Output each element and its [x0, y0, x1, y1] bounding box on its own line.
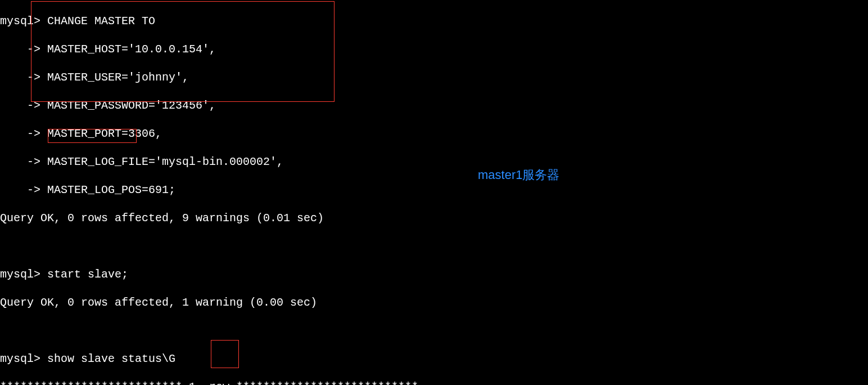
- terminal-output[interactable]: mysql> CHANGE MASTER TO -> MASTER_HOST='…: [0, 0, 868, 385]
- annotation-master1-server: master1服务器: [478, 168, 559, 182]
- mysql-prompt: mysql>: [0, 352, 47, 365]
- cmd-start-slave: start slave;: [47, 268, 128, 281]
- cont-prompt: ->: [0, 99, 47, 112]
- cont-prompt: ->: [0, 127, 47, 140]
- blank-line: [0, 240, 7, 253]
- cmd-change-master: CHANGE MASTER TO: [47, 15, 155, 28]
- mysql-prompt: mysql>: [0, 15, 47, 28]
- mysql-prompt: mysql>: [0, 268, 47, 281]
- cont-prompt: ->: [0, 43, 47, 56]
- cont-prompt: ->: [0, 155, 47, 168]
- cmd-master-host: MASTER_HOST='10.0.0.154',: [47, 43, 216, 56]
- cont-prompt: ->: [0, 71, 47, 84]
- row-separator: *************************** 1. row *****…: [0, 380, 418, 385]
- cont-prompt: ->: [0, 183, 47, 196]
- cmd-show-slave-status: show slave status\G: [47, 352, 175, 365]
- blank-line: [0, 324, 7, 337]
- cmd-master-password: MASTER_PASSWORD='123456',: [47, 99, 216, 112]
- cmd-master-log-pos: MASTER_LOG_POS=691;: [47, 183, 175, 196]
- cmd-master-port: MASTER_PORT=3306,: [47, 127, 162, 140]
- query-result-2: Query OK, 0 rows affected, 1 warning (0.…: [0, 296, 317, 309]
- cmd-master-user: MASTER_USER='johnny',: [47, 71, 189, 84]
- cmd-master-log-file: MASTER_LOG_FILE='mysql-bin.000002',: [47, 155, 283, 168]
- query-result-1: Query OK, 0 rows affected, 9 warnings (0…: [0, 212, 324, 225]
